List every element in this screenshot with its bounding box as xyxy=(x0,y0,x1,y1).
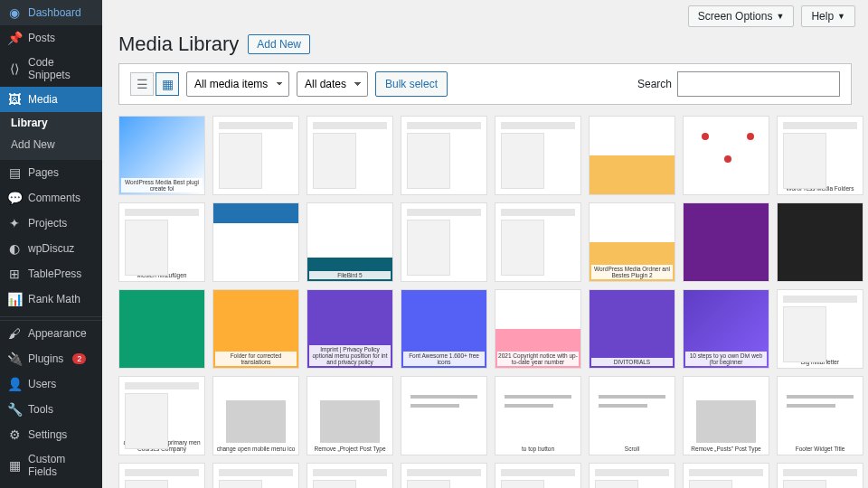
date-filter[interactable]: All dates xyxy=(297,71,368,97)
help-button[interactable]: Help▼ xyxy=(801,5,855,27)
search-input[interactable] xyxy=(677,71,840,97)
sidebar-item-wpdiscuz[interactable]: ◐wpDiscuz xyxy=(0,236,102,261)
chevron-down-icon: ▼ xyxy=(776,12,784,21)
thumbnail-caption: Big initial letter xyxy=(779,358,861,366)
media-thumbnail[interactable]: et Title Footer Wi xyxy=(118,463,205,488)
media-thumbnail[interactable]: Blurb Title xyxy=(307,463,393,488)
page-title: Media Library xyxy=(118,33,239,56)
media-thumbnail[interactable]: Big initial letter xyxy=(777,289,863,369)
media-thumbnail[interactable]: Remove „Posts" Post Type xyxy=(683,376,769,455)
media-thumbnail[interactable]: Medien hinzufügen xyxy=(118,202,205,282)
media-thumbnail[interactable] xyxy=(212,202,299,282)
sidebar-item-users[interactable]: 👤Users xyxy=(0,371,102,397)
sidebar-label: Pages xyxy=(28,166,59,179)
media-thumbnail[interactable] xyxy=(495,202,581,282)
view-switcher: ☰ ▦ xyxy=(130,72,179,96)
sidebar-item-plugins[interactable]: 🔌Plugins2 xyxy=(0,346,102,371)
gear-icon: ⚙ xyxy=(7,427,22,442)
sidebar-item-comments[interactable]: 💬Comments xyxy=(0,185,102,211)
sidebar-label: Appearance xyxy=(28,327,87,340)
fields-icon: ▦ xyxy=(7,458,22,473)
sidebar-label: Dashboard xyxy=(28,6,81,19)
sidebar-item-posts[interactable]: 📌Posts xyxy=(0,25,102,51)
dashboard-icon: ◉ xyxy=(7,5,22,20)
sidebar-sub-add-new[interactable]: Add New xyxy=(0,134,102,160)
media-thumbnail[interactable] xyxy=(401,463,487,488)
screen-options-button[interactable]: Screen Options▼ xyxy=(688,5,795,27)
sidebar-item-tablepress[interactable]: ⊞TablePress xyxy=(0,261,102,286)
media-thumbnail[interactable]: DIVITORIALS xyxy=(589,289,675,369)
media-thumbnail[interactable]: play Primary Menu Link as Bu xyxy=(683,463,769,488)
sidebar-sub-library[interactable]: Library xyxy=(0,112,102,134)
media-thumbnail[interactable]: FileBird 5 xyxy=(307,202,393,282)
sidebar-item-dashboard[interactable]: ◉Dashboard xyxy=(0,0,102,25)
media-thumbnail[interactable]: Folder for corrected translations xyxy=(212,289,299,369)
sidebar-item-code-snippets[interactable]: ⟨⟩Code Snippets xyxy=(0,51,102,87)
media-thumbnail[interactable] xyxy=(401,376,487,455)
media-thumbnail[interactable] xyxy=(212,116,299,195)
sidebar-item-projects[interactable]: ✦Projects xyxy=(0,211,102,236)
media-thumbnail[interactable] xyxy=(589,116,675,195)
media-thumbnail[interactable] xyxy=(683,116,769,195)
sidebar-item-pages[interactable]: ▤Pages xyxy=(0,160,102,185)
media-thumbnail[interactable]: Services ▾ xyxy=(777,463,863,488)
thumbnail-caption: add „new" tag to primary men Courses Com… xyxy=(121,438,203,453)
thumbnail-caption: Scroll xyxy=(591,445,673,453)
sidebar-label: Users xyxy=(28,378,56,390)
grid-view-button[interactable]: ▦ xyxy=(156,72,179,96)
sidebar-label: wpDiscuz xyxy=(28,242,74,255)
add-new-button[interactable]: Add New xyxy=(248,34,310,54)
bulk-select-button[interactable]: Bulk select xyxy=(375,71,448,97)
sidebar-label: Plugins xyxy=(28,352,63,365)
sidebar-item-rankmath[interactable]: 📊Rank Math xyxy=(0,286,102,312)
media-type-filter[interactable]: All media items xyxy=(186,71,289,97)
thumbnail-caption: Font Awesome 1.600+ free icons xyxy=(403,352,485,366)
top-bar: Screen Options▼ Help▼ xyxy=(102,0,868,33)
thumbnail-caption: DIVITORIALS xyxy=(591,358,673,366)
media-thumbnail[interactable]: WordPress Media Best plugi create fol xyxy=(118,116,205,195)
plugin-icon: 🔌 xyxy=(7,352,22,366)
media-thumbnail[interactable] xyxy=(401,202,487,282)
media-thumbnail[interactable] xyxy=(118,289,205,369)
thumbnail-caption: Remove „Project Post Type xyxy=(309,445,391,453)
media-thumbnail[interactable]: 2021 Copyright notice with up-to-date ye… xyxy=(495,289,581,369)
sidebar-label: Posts xyxy=(28,32,55,44)
comment-icon: 💬 xyxy=(7,191,22,205)
media-thumbnail[interactable] xyxy=(777,202,863,282)
sidebar-label: Settings xyxy=(28,428,67,441)
media-thumbnail[interactable] xyxy=(212,463,299,488)
wpdiscuz-icon: ◐ xyxy=(7,241,22,256)
sidebar-item-filters[interactable]: ▼Filters xyxy=(0,483,102,488)
media-thumbnail[interactable] xyxy=(589,463,675,488)
media-thumbnail[interactable] xyxy=(307,116,393,195)
media-thumbnail[interactable]: WordPress Media Folders xyxy=(777,116,863,195)
media-thumbnail[interactable]: Scroll xyxy=(589,376,675,455)
media-thumbnail[interactable]: Imprint | Privacy Policy optional menu p… xyxy=(307,289,393,369)
media-thumbnail[interactable] xyxy=(495,116,581,195)
media-thumbnail[interactable]: Remove „Project Post Type xyxy=(307,376,393,455)
brush-icon: 🖌 xyxy=(7,326,22,341)
table-icon: ⊞ xyxy=(7,267,22,281)
media-thumbnail[interactable] xyxy=(401,116,487,195)
media-thumbnail[interactable]: Footer Widget Title xyxy=(777,376,863,455)
media-thumbnail[interactable] xyxy=(495,463,581,488)
thumbnail-caption: Medien hinzufügen xyxy=(121,271,203,279)
media-thumbnail[interactable]: to top button xyxy=(495,376,581,455)
sidebar-item-tools[interactable]: 🔧Tools xyxy=(0,397,102,422)
update-badge: 2 xyxy=(72,353,86,364)
list-view-button[interactable]: ☰ xyxy=(130,72,154,96)
sidebar-item-custom-fields[interactable]: ▦Custom Fields xyxy=(0,447,102,483)
media-thumbnail[interactable]: WordPress Media Ordner anl Bestes Plugin… xyxy=(589,202,675,282)
media-thumbnail[interactable] xyxy=(683,202,769,282)
sidebar-item-settings[interactable]: ⚙Settings xyxy=(0,422,102,447)
sidebar-item-media[interactable]: 🖼Media xyxy=(0,87,102,112)
media-thumbnail[interactable]: add „new" tag to primary men Courses Com… xyxy=(118,376,205,455)
media-thumbnail[interactable]: Font Awesome 1.600+ free icons xyxy=(401,289,487,369)
page-header: Media Library Add New xyxy=(102,33,868,63)
sidebar-label: Projects xyxy=(28,217,67,230)
media-thumbnail[interactable]: 10 steps to yo own Divi web (for beginne… xyxy=(683,289,769,369)
sidebar-item-appearance[interactable]: 🖌Appearance xyxy=(0,321,102,346)
search-label: Search xyxy=(637,78,672,90)
user-icon: 👤 xyxy=(7,377,22,391)
media-thumbnail[interactable]: change open mobile menu ico xyxy=(212,376,299,455)
